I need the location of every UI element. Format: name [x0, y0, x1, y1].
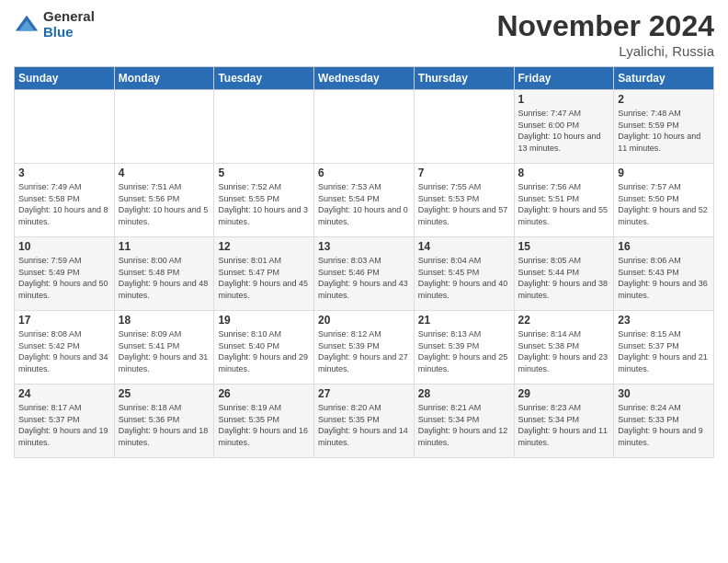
day-number: 9	[618, 167, 710, 179]
calendar-table: SundayMondayTuesdayWednesdayThursdayFrid…	[14, 66, 714, 458]
day-info: Sunrise: 8:14 AMSunset: 5:38 PMDaylight:…	[518, 328, 610, 374]
header-tuesday: Tuesday	[214, 67, 314, 90]
week-row-3: 17Sunrise: 8:08 AMSunset: 5:42 PMDayligh…	[15, 311, 714, 385]
header-wednesday: Wednesday	[314, 67, 415, 90]
day-number: 25	[119, 387, 210, 400]
logo-blue: Blue	[43, 25, 95, 40]
day-info: Sunrise: 8:23 AMSunset: 5:34 PMDaylight:…	[518, 402, 610, 448]
day-cell: 22Sunrise: 8:14 AMSunset: 5:38 PMDayligh…	[514, 311, 614, 385]
day-number: 19	[218, 314, 310, 327]
day-info: Sunrise: 8:21 AMSunset: 5:34 PMDaylight:…	[418, 402, 510, 448]
day-cell: 25Sunrise: 8:18 AMSunset: 5:36 PMDayligh…	[114, 385, 214, 458]
day-number: 12	[218, 240, 310, 253]
day-info: Sunrise: 8:06 AMSunset: 5:43 PMDaylight:…	[618, 255, 710, 301]
day-cell: 12Sunrise: 8:01 AMSunset: 5:47 PMDayligh…	[214, 237, 314, 311]
header-monday: Monday	[114, 67, 214, 90]
day-number: 20	[318, 314, 410, 327]
week-row-2: 10Sunrise: 7:59 AMSunset: 5:49 PMDayligh…	[15, 237, 714, 311]
day-info: Sunrise: 7:47 AMSunset: 6:00 PMDaylight:…	[518, 108, 610, 154]
day-cell: 16Sunrise: 8:06 AMSunset: 5:43 PMDayligh…	[614, 237, 714, 311]
logo-general: General	[43, 9, 95, 25]
day-cell: 21Sunrise: 8:13 AMSunset: 5:39 PMDayligh…	[414, 311, 514, 385]
day-cell: 15Sunrise: 8:05 AMSunset: 5:44 PMDayligh…	[514, 237, 614, 311]
day-number: 8	[518, 167, 610, 179]
day-info: Sunrise: 8:20 AMSunset: 5:35 PMDaylight:…	[318, 402, 410, 448]
day-cell	[414, 90, 514, 164]
day-number: 5	[218, 167, 310, 179]
day-cell: 29Sunrise: 8:23 AMSunset: 5:34 PMDayligh…	[514, 385, 614, 458]
day-info: Sunrise: 8:24 AMSunset: 5:33 PMDaylight:…	[618, 402, 710, 448]
day-number: 1	[518, 93, 610, 106]
logo-icon	[14, 12, 40, 38]
logo: General Blue	[14, 9, 95, 40]
day-number: 27	[318, 387, 410, 400]
day-info: Sunrise: 8:08 AMSunset: 5:42 PMDaylight:…	[18, 328, 110, 374]
day-cell	[15, 90, 115, 164]
day-number: 16	[618, 240, 710, 253]
day-info: Sunrise: 7:48 AMSunset: 5:59 PMDaylight:…	[618, 108, 710, 154]
day-cell: 24Sunrise: 8:17 AMSunset: 5:37 PMDayligh…	[15, 385, 115, 458]
week-row-1: 3Sunrise: 7:49 AMSunset: 5:58 PMDaylight…	[15, 164, 714, 237]
day-cell: 9Sunrise: 7:57 AMSunset: 5:50 PMDaylight…	[614, 164, 714, 237]
day-cell	[114, 90, 214, 164]
day-number: 7	[418, 167, 510, 179]
day-cell: 28Sunrise: 8:21 AMSunset: 5:34 PMDayligh…	[414, 385, 514, 458]
header: General Blue November 2024 Lyalichi, Rus…	[14, 9, 714, 59]
day-info: Sunrise: 8:12 AMSunset: 5:39 PMDaylight:…	[318, 328, 410, 374]
day-info: Sunrise: 8:10 AMSunset: 5:40 PMDaylight:…	[218, 328, 310, 374]
day-cell: 27Sunrise: 8:20 AMSunset: 5:35 PMDayligh…	[314, 385, 415, 458]
day-number: 4	[119, 167, 210, 179]
week-row-0: 1Sunrise: 7:47 AMSunset: 6:00 PMDaylight…	[15, 90, 714, 164]
day-number: 14	[418, 240, 510, 253]
day-cell: 3Sunrise: 7:49 AMSunset: 5:58 PMDaylight…	[15, 164, 115, 237]
day-number: 24	[18, 387, 110, 400]
day-info: Sunrise: 8:18 AMSunset: 5:36 PMDaylight:…	[119, 402, 210, 448]
day-number: 29	[518, 387, 610, 400]
day-cell	[314, 90, 415, 164]
day-info: Sunrise: 7:59 AMSunset: 5:49 PMDaylight:…	[18, 255, 110, 301]
day-cell: 1Sunrise: 7:47 AMSunset: 6:00 PMDaylight…	[514, 90, 614, 164]
day-info: Sunrise: 7:49 AMSunset: 5:58 PMDaylight:…	[18, 181, 110, 227]
header-thursday: Thursday	[414, 67, 514, 90]
day-cell	[214, 90, 314, 164]
day-number: 3	[18, 167, 110, 179]
header-saturday: Saturday	[614, 67, 714, 90]
day-number: 2	[618, 93, 710, 106]
calendar-body: 1Sunrise: 7:47 AMSunset: 6:00 PMDaylight…	[15, 90, 714, 458]
day-cell: 19Sunrise: 8:10 AMSunset: 5:40 PMDayligh…	[214, 311, 314, 385]
day-number: 6	[318, 167, 410, 179]
header-sunday: Sunday	[15, 67, 115, 90]
day-number: 30	[618, 387, 710, 400]
day-cell: 18Sunrise: 8:09 AMSunset: 5:41 PMDayligh…	[114, 311, 214, 385]
day-info: Sunrise: 8:01 AMSunset: 5:47 PMDaylight:…	[218, 255, 310, 301]
location: Lyalichi, Russia	[496, 43, 714, 59]
logo-text: General Blue	[43, 9, 95, 40]
day-cell: 17Sunrise: 8:08 AMSunset: 5:42 PMDayligh…	[15, 311, 115, 385]
day-info: Sunrise: 7:55 AMSunset: 5:53 PMDaylight:…	[418, 181, 510, 227]
day-info: Sunrise: 8:05 AMSunset: 5:44 PMDaylight:…	[518, 255, 610, 301]
day-number: 22	[518, 314, 610, 327]
day-cell: 26Sunrise: 8:19 AMSunset: 5:35 PMDayligh…	[214, 385, 314, 458]
day-number: 21	[418, 314, 510, 327]
day-cell: 5Sunrise: 7:52 AMSunset: 5:55 PMDaylight…	[214, 164, 314, 237]
day-number: 13	[318, 240, 410, 253]
day-number: 10	[18, 240, 110, 253]
day-info: Sunrise: 8:03 AMSunset: 5:46 PMDaylight:…	[318, 255, 410, 301]
day-number: 23	[618, 314, 710, 327]
day-cell: 11Sunrise: 8:00 AMSunset: 5:48 PMDayligh…	[114, 237, 214, 311]
day-cell: 6Sunrise: 7:53 AMSunset: 5:54 PMDaylight…	[314, 164, 415, 237]
day-cell: 23Sunrise: 8:15 AMSunset: 5:37 PMDayligh…	[614, 311, 714, 385]
day-info: Sunrise: 8:00 AMSunset: 5:48 PMDaylight:…	[119, 255, 210, 301]
day-cell: 10Sunrise: 7:59 AMSunset: 5:49 PMDayligh…	[15, 237, 115, 311]
day-info: Sunrise: 7:57 AMSunset: 5:50 PMDaylight:…	[618, 181, 710, 227]
day-info: Sunrise: 8:15 AMSunset: 5:37 PMDaylight:…	[618, 328, 710, 374]
day-info: Sunrise: 7:52 AMSunset: 5:55 PMDaylight:…	[218, 181, 310, 227]
title-block: November 2024 Lyalichi, Russia	[496, 9, 714, 59]
day-number: 17	[18, 314, 110, 327]
calendar-header: SundayMondayTuesdayWednesdayThursdayFrid…	[15, 67, 714, 90]
day-number: 28	[418, 387, 510, 400]
day-cell: 13Sunrise: 8:03 AMSunset: 5:46 PMDayligh…	[314, 237, 415, 311]
day-info: Sunrise: 8:04 AMSunset: 5:45 PMDaylight:…	[418, 255, 510, 301]
day-cell: 8Sunrise: 7:56 AMSunset: 5:51 PMDaylight…	[514, 164, 614, 237]
day-cell: 2Sunrise: 7:48 AMSunset: 5:59 PMDaylight…	[614, 90, 714, 164]
